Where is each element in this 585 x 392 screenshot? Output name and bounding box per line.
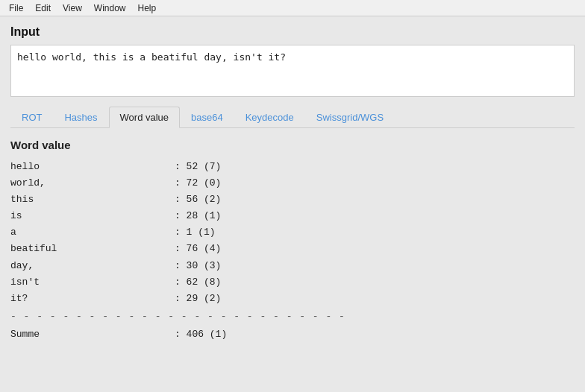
main-content: Input ROT Hashes Word value base64 Keyde… (0, 16, 585, 352)
word-cell: it? (10, 291, 175, 307)
word-value-title: Word value (10, 139, 575, 151)
menu-window[interactable]: Window (88, 1, 132, 15)
table-row: beatiful: 76 (4) (10, 241, 575, 257)
menu-help[interactable]: Help (132, 1, 163, 15)
word-cell: is (10, 208, 175, 224)
word-cell: isn't (10, 274, 175, 291)
table-row: day,: 30 (3) (10, 258, 575, 274)
table-row: isn't: 62 (8) (10, 274, 575, 291)
word-cell: hello (10, 159, 175, 175)
menu-view[interactable]: View (57, 1, 88, 15)
table-row: a: 1 (1) (10, 224, 575, 241)
word-cell: a (10, 224, 175, 241)
summe-value: : 406 (1) (175, 326, 227, 343)
tab-keydecode[interactable]: Keydecode (234, 107, 305, 128)
table-row: world,: 72 (0) (10, 175, 575, 192)
tab-base64[interactable]: base64 (180, 107, 234, 128)
table-row: is: 28 (1) (10, 208, 575, 224)
summe-label: Summe (10, 326, 175, 343)
menubar: File Edit View Window Help (0, 0, 585, 16)
value-cell: : 1 (1) (175, 224, 216, 241)
word-value-section: Word value hello: 52 (7)world,: 72 (0)th… (10, 139, 575, 343)
value-cell: : 56 (2) (175, 192, 221, 208)
value-cell: : 72 (0) (175, 175, 221, 192)
table-row: hello: 52 (7) (10, 159, 575, 175)
input-textarea[interactable] (10, 45, 575, 97)
value-cell: : 76 (4) (175, 241, 221, 257)
menu-file[interactable]: File (3, 1, 29, 15)
word-cell: beatiful (10, 241, 175, 257)
table-row: it?: 29 (2) (10, 291, 575, 307)
divider: - - - - - - - - - - - - - - - - - - - - … (10, 309, 575, 325)
value-cell: : 29 (2) (175, 291, 221, 307)
menu-edit[interactable]: Edit (29, 1, 57, 15)
tab-word-value[interactable]: Word value (109, 107, 181, 128)
table-row: this: 56 (2) (10, 192, 575, 208)
summe-row: Summe: 406 (1) (10, 326, 575, 343)
value-cell: : 52 (7) (175, 159, 221, 175)
word-cell: day, (10, 258, 175, 274)
word-cell: this (10, 192, 175, 208)
value-cell: : 62 (8) (175, 274, 221, 291)
input-section-title: Input (10, 25, 575, 39)
word-table: hello: 52 (7)world,: 72 (0)this: 56 (2)i… (10, 159, 575, 343)
word-cell: world, (10, 175, 175, 192)
tab-bar: ROT Hashes Word value base64 Keydecode S… (10, 107, 575, 128)
tab-rot[interactable]: ROT (10, 107, 53, 128)
tab-hashes[interactable]: Hashes (53, 107, 108, 128)
tab-swissgrid[interactable]: Swissgrid/WGS (305, 107, 395, 128)
value-cell: : 28 (1) (175, 208, 221, 224)
value-cell: : 30 (3) (175, 258, 221, 274)
